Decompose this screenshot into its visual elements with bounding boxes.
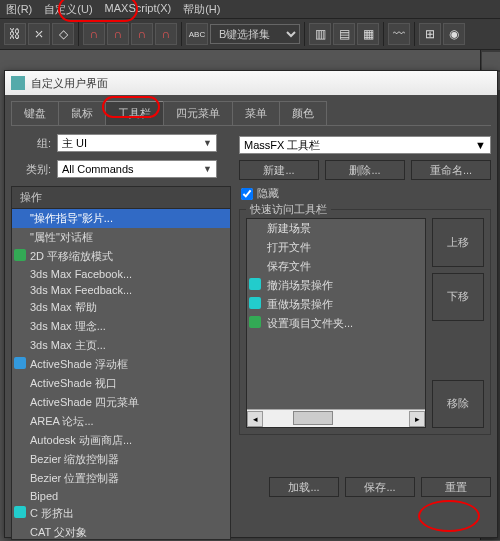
list-item[interactable]: Bezier 缩放控制器 [12,450,230,469]
list-item[interactable]: 2D 平移缩放模式 [12,247,230,266]
list-item[interactable]: C 形挤出 [12,504,230,523]
list-item[interactable]: AREA 论坛... [12,412,230,431]
list-item[interactable]: 保存文件 [247,257,425,276]
tool-mirror-icon[interactable]: ▥ [309,23,331,45]
tab-keyboard[interactable]: 键盘 [11,101,59,125]
list-item-label: 2D 平移缩放模式 [30,250,113,262]
list-item[interactable]: 3ds Max Feedback... [12,282,230,298]
list-item[interactable]: 新建场景 [247,219,425,238]
move-up-button[interactable]: 上移 [432,218,484,267]
list-item[interactable]: CAT 父对象 [12,523,230,539]
list-item-label: C 形挤出 [30,507,74,519]
toolbar-separator [181,22,182,46]
tab-quads[interactable]: 四元菜单 [163,101,233,125]
list-item-label: 3ds Max 主页... [30,339,106,351]
tool-bind-icon[interactable]: ◇ [52,23,74,45]
horizontal-scrollbar[interactable]: ◂ ▸ [247,409,425,427]
list-item[interactable]: Autodesk 动画商店... [12,431,230,450]
list-item[interactable]: 撤消场景操作 [247,276,425,295]
list-item[interactable]: "属性"对话框 [12,228,230,247]
move-down-button[interactable]: 下移 [432,273,484,322]
reset-button[interactable]: 重置 [421,477,491,497]
customize-ui-dialog: 自定义用户界面 键盘 鼠标 工具栏 四元菜单 菜单 颜色 组: 主 UI ▼ [4,70,498,538]
tool-curve-icon[interactable]: 〰 [388,23,410,45]
scroll-right-icon[interactable]: ▸ [409,411,425,427]
tab-colors[interactable]: 颜色 [279,101,327,125]
list-item[interactable]: "操作指导"影片... [12,209,230,228]
list-item-label: 撤消场景操作 [267,279,333,291]
list-item-label: Bezier 缩放控制器 [30,453,119,465]
list-item-label: Autodesk 动画商店... [30,434,132,446]
category-combo[interactable]: All Commands ▼ [57,160,217,178]
quick-access-list[interactable]: 新建场景打开文件保存文件撤消场景操作重做场景操作设置项目文件夹... ◂ ▸ [246,218,426,428]
quick-item-icon [249,297,261,309]
tool-snap-1-icon[interactable]: ∩ [83,23,105,45]
quick-item-icon [249,316,261,328]
menu-graph[interactable]: 图(R) [0,0,38,18]
tool-snap-3-icon[interactable]: ∩ [131,23,153,45]
delete-button[interactable]: 删除... [325,160,405,180]
panel-tab-icon[interactable] [482,52,500,70]
list-item[interactable]: 3ds Max 帮助 [12,298,230,317]
list-item-label: ActiveShade 视口 [30,377,117,389]
list-item-label: 设置项目文件夹... [267,317,353,329]
list-item-label: Bezier 位置控制器 [30,472,119,484]
toolbar-separator [414,22,415,46]
toolbar-separator [304,22,305,46]
list-item[interactable]: 打开文件 [247,238,425,257]
toolbar-select-value: MassFX 工具栏 [244,138,320,153]
new-button[interactable]: 新建... [239,160,319,180]
actions-list-header[interactable]: 操作 [12,187,230,209]
chevron-down-icon: ▼ [203,164,212,174]
tool-material-icon[interactable]: ◉ [443,23,465,45]
list-item[interactable]: ActiveShade 四元菜单 [12,393,230,412]
tab-menus[interactable]: 菜单 [232,101,280,125]
group-label: 组: [11,136,51,151]
tool-layers-icon[interactable]: ▦ [357,23,379,45]
scroll-thumb[interactable] [293,411,333,425]
tab-mouse[interactable]: 鼠标 [58,101,106,125]
category-combo-value: All Commands [62,163,134,175]
tab-toolbars[interactable]: 工具栏 [105,101,164,125]
menu-help[interactable]: 帮助(H) [177,0,226,18]
tool-unlink-icon[interactable]: ⤫ [28,23,50,45]
scroll-left-icon[interactable]: ◂ [247,411,263,427]
list-item[interactable]: 3ds Max Facebook... [12,266,230,282]
list-item[interactable]: Bezier 位置控制器 [12,469,230,488]
dialog-titlebar[interactable]: 自定义用户界面 [5,71,497,95]
selection-set-dropdown[interactable]: B键选择集 [210,24,300,44]
action-icon [14,357,26,369]
tool-link-icon[interactable]: ⛓ [4,23,26,45]
list-item[interactable]: Biped [12,488,230,504]
load-button[interactable]: 加载... [269,477,339,497]
group-combo[interactable]: 主 UI ▼ [57,134,217,152]
menu-maxscript[interactable]: MAXScript(X) [99,0,178,18]
menu-customize[interactable]: 自定义(U) [38,0,98,18]
list-item-label: 打开文件 [267,241,311,253]
list-item-label: "属性"对话框 [30,231,93,243]
list-item[interactable]: 设置项目文件夹... [247,314,425,333]
list-item-label: AREA 论坛... [30,415,94,427]
list-item[interactable]: 3ds Max 主页... [12,336,230,355]
tool-align-icon[interactable]: ▤ [333,23,355,45]
list-item-label: 3ds Max Facebook... [30,268,132,280]
list-item[interactable]: ActiveShade 视口 [12,374,230,393]
list-item[interactable]: 重做场景操作 [247,295,425,314]
dialog-title: 自定义用户界面 [31,76,108,91]
tool-schematic-icon[interactable]: ⊞ [419,23,441,45]
list-item[interactable]: 3ds Max 理念... [12,317,230,336]
rename-button[interactable]: 重命名... [411,160,491,180]
list-item[interactable]: ActiveShade 浮动框 [12,355,230,374]
toolbar-select-combo[interactable]: MassFX 工具栏 ▼ [239,136,491,154]
hide-checkbox[interactable] [241,188,253,200]
save-button[interactable]: 保存... [345,477,415,497]
list-item-label: ActiveShade 浮动框 [30,358,128,370]
list-item-label: 3ds Max Feedback... [30,284,132,296]
tool-abc-icon[interactable]: ABC [186,23,208,45]
tool-snap-4-icon[interactable]: ∩ [155,23,177,45]
action-icon [14,249,26,261]
tool-snap-2-icon[interactable]: ∩ [107,23,129,45]
list-item-label: 3ds Max 理念... [30,320,106,332]
remove-button[interactable]: 移除 [432,380,484,429]
actions-list-body[interactable]: "操作指导"影片..."属性"对话框2D 平移缩放模式3ds Max Faceb… [12,209,230,539]
